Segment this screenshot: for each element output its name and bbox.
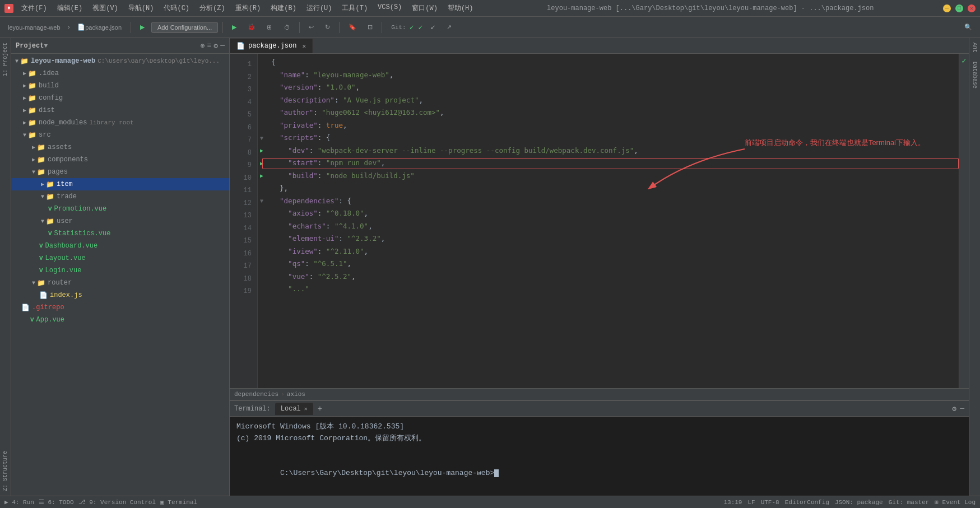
editor-tab-package-json[interactable]: 📄 package.json ✕ bbox=[230, 39, 313, 53]
version-control-status-item[interactable]: ⎇ 9: Version Control bbox=[78, 498, 156, 506]
idea-label: .idea bbox=[39, 69, 59, 77]
file-selector[interactable]: 📄 package.json bbox=[73, 20, 126, 35]
menu-file[interactable]: 文件(F) bbox=[17, 2, 52, 14]
collapse-all-button[interactable]: ≡ bbox=[207, 41, 212, 50]
breadcrumb-axios[interactable]: axios bbox=[287, 391, 305, 398]
run-line9-icon[interactable]: ▶ bbox=[260, 157, 269, 170]
close-button[interactable]: ✕ bbox=[968, 4, 976, 12]
run-button[interactable]: ▶ bbox=[227, 20, 241, 35]
reload-button[interactable]: ↻ bbox=[321, 20, 335, 35]
structure-panel-label[interactable]: Z: Structure bbox=[1, 446, 10, 496]
menu-view[interactable]: 视图(V) bbox=[88, 2, 123, 14]
file-type-item[interactable]: JSON: package bbox=[835, 499, 883, 506]
run-line10-icon[interactable]: ▶ bbox=[260, 170, 269, 183]
project-selector[interactable]: leyou-manage-web bbox=[3, 20, 65, 35]
run-line8-icon[interactable]: ▶ bbox=[260, 145, 269, 157]
menu-help[interactable]: 帮助(H) bbox=[443, 2, 478, 14]
menu-analyze[interactable]: 分析(Z) bbox=[195, 2, 230, 14]
menu-bar[interactable]: 文件(F) 编辑(E) 视图(V) 导航(N) 代码(C) 分析(Z) 重构(R… bbox=[17, 2, 478, 14]
menu-tools[interactable]: 工具(T) bbox=[337, 2, 372, 14]
menu-edit[interactable]: 编辑(E) bbox=[53, 2, 87, 14]
event-log-item[interactable]: ⊞ Event Log bbox=[935, 498, 976, 506]
locate-file-button[interactable]: ⊕ bbox=[201, 41, 205, 50]
tree-item-assets[interactable]: ▶ 📁 assets bbox=[11, 141, 229, 153]
tree-item-components[interactable]: ▶ 📁 components bbox=[11, 153, 229, 166]
terminal-content[interactable]: Microsoft Windows [版本 10.0.18362.535] (c… bbox=[230, 417, 969, 496]
git-branch-item[interactable]: Git: master bbox=[889, 499, 930, 506]
menu-refactor[interactable]: 重构(R) bbox=[231, 2, 266, 14]
tree-item-node-modules[interactable]: ▶ 📁 node_modules library root bbox=[11, 116, 229, 129]
tree-item-trade[interactable]: ▼ 📁 trade bbox=[11, 190, 229, 203]
breadcrumb-dependencies[interactable]: dependencies bbox=[234, 391, 278, 398]
tree-item-gitrepo[interactable]: 📄 .gitrepo bbox=[11, 301, 229, 314]
titlebar-left: ♦ 文件(F) 编辑(E) 视图(V) 导航(N) 代码(C) 分析(Z) 重构… bbox=[4, 2, 478, 14]
tree-item-item[interactable]: ▶ 📁 item bbox=[11, 178, 229, 190]
editor-config-item[interactable]: EditorConfig bbox=[785, 499, 829, 506]
main-toolbar: leyou-manage-web › 📄 package.json ▶ Add … bbox=[0, 17, 980, 38]
menu-vcs[interactable]: VCS(S) bbox=[373, 2, 406, 14]
terminal-tab-close[interactable]: ✕ bbox=[304, 406, 308, 412]
bookmark-button[interactable]: 🔖 bbox=[344, 20, 361, 35]
line-num-16: 16 bbox=[232, 248, 255, 260]
tree-item-config[interactable]: ▶ 📁 config bbox=[11, 92, 229, 104]
tree-item-pages[interactable]: ▼ 📁 pages bbox=[11, 166, 229, 178]
src-label: src bbox=[39, 131, 51, 139]
undo-button[interactable]: ↩ bbox=[304, 20, 318, 35]
search-everywhere-button[interactable]: 🔍 bbox=[960, 20, 977, 35]
code-content[interactable]: ▼ ▶ ▶ ▶ ▼ { "name": "leyou-manage-web", bbox=[258, 54, 959, 388]
maximize-button[interactable]: □ bbox=[955, 4, 963, 12]
terminal-tab-local[interactable]: Local ✕ bbox=[275, 403, 313, 415]
line-ending-item[interactable]: LF bbox=[747, 499, 755, 506]
tree-item-login[interactable]: V Login.vue bbox=[11, 264, 229, 277]
terminal-status-item[interactable]: ▣ Terminal bbox=[160, 498, 197, 506]
run-status-item[interactable]: ▶ 4: Run bbox=[4, 498, 34, 506]
tree-item-layout[interactable]: V Layout.vue bbox=[11, 252, 229, 264]
tree-item-statistics[interactable]: V Statistics.vue bbox=[11, 227, 229, 240]
tree-item-promotion[interactable]: V Promotion.vue bbox=[11, 203, 229, 215]
fold-deps-icon[interactable]: ▼ bbox=[260, 195, 269, 208]
terminal-settings-icon[interactable]: ⚙ bbox=[952, 404, 956, 413]
add-configuration-button[interactable]: Add Configuration... bbox=[151, 22, 218, 33]
git-push-button[interactable]: ↗ bbox=[442, 20, 456, 35]
dist-arrow-icon: ▶ bbox=[21, 107, 28, 114]
tab-close-button[interactable]: ✕ bbox=[302, 43, 306, 50]
ant-label[interactable]: Ant bbox=[972, 40, 978, 55]
tree-minimize-button[interactable]: — bbox=[220, 41, 225, 50]
profile-button[interactable]: ⏱ bbox=[280, 20, 295, 35]
status-bar-left: ▶ 4: Run ☰ 6: TODO ⎇ 9: Version Control … bbox=[4, 498, 197, 506]
minimize-button[interactable]: — bbox=[943, 4, 951, 12]
tree-item-indexjs[interactable]: 📄 index.js bbox=[11, 289, 229, 301]
tree-item-build[interactable]: ▶ 📁 build bbox=[11, 80, 229, 92]
todo-status-item[interactable]: ☰ 6: TODO bbox=[39, 498, 74, 506]
tree-item-idea[interactable]: ▶ 📁 .idea bbox=[11, 67, 229, 80]
tree-root[interactable]: ▼ 📁 leyou-manage-web C:\Users\Gary\Deskt… bbox=[11, 55, 229, 67]
tree-item-router[interactable]: ▼ 📁 router bbox=[11, 277, 229, 289]
root-label: leyou-manage-web bbox=[31, 57, 95, 65]
breadcrumb-separator: › bbox=[281, 391, 285, 398]
tree-settings-button[interactable]: ⚙ bbox=[213, 41, 218, 50]
tree-item-user[interactable]: ▼ 📁 user bbox=[11, 215, 229, 227]
l8-val: "webpack-dev-server --inline --progress … bbox=[318, 145, 634, 157]
restore-button[interactable]: ⊡ bbox=[363, 20, 377, 35]
tree-item-dashboard[interactable]: V Dashboard.vue bbox=[11, 240, 229, 252]
menu-build[interactable]: 构建(B) bbox=[266, 2, 301, 14]
run-arrow-btn[interactable]: ▶ bbox=[136, 20, 149, 35]
menu-window[interactable]: 窗口(W) bbox=[407, 2, 442, 14]
add-terminal-button[interactable]: + bbox=[318, 404, 322, 413]
menu-code[interactable]: 代码(C) bbox=[159, 2, 194, 14]
menu-nav[interactable]: 导航(N) bbox=[124, 2, 159, 14]
debug-button[interactable]: 🐞 bbox=[243, 20, 260, 35]
tree-item-dist[interactable]: ▶ 📁 dist bbox=[11, 104, 229, 116]
database-label[interactable]: Database bbox=[972, 59, 978, 91]
charset-item[interactable]: UTF-8 bbox=[761, 499, 779, 506]
tree-item-src[interactable]: ▼ 📁 src bbox=[11, 129, 229, 141]
tree-item-appvue[interactable]: V App.vue bbox=[11, 314, 229, 326]
menu-run[interactable]: 运行(U) bbox=[302, 2, 337, 14]
git-update-button[interactable]: ↙ bbox=[426, 20, 440, 35]
project-panel-label[interactable]: 1: Project bbox=[1, 38, 10, 81]
fold-scripts-icon[interactable]: ▼ bbox=[260, 132, 269, 145]
terminal-minimize-icon[interactable]: — bbox=[960, 404, 964, 413]
terminal-tab-label: Local bbox=[281, 405, 301, 413]
build-folder-icon: 📁 bbox=[28, 82, 36, 90]
coverage-button[interactable]: ⛨ bbox=[262, 20, 277, 35]
